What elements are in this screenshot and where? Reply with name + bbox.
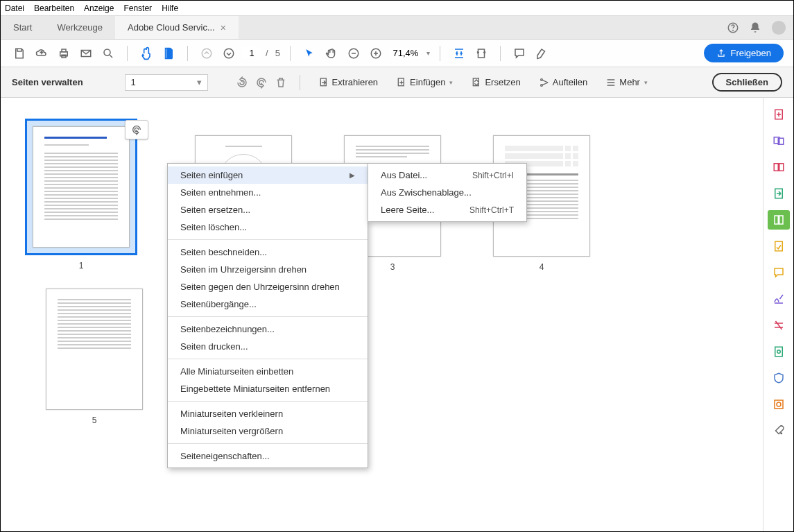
tab-document[interactable]: Adobe Cloud Servic... × xyxy=(115,16,239,39)
share-button[interactable]: Freigeben xyxy=(704,44,784,62)
ctx-embed-all[interactable]: Alle Miniaturseiten einbetten xyxy=(168,363,368,380)
ctx-rotate-ccw[interactable]: Seiten gegen den Uhrzeigersinn drehen xyxy=(168,278,368,295)
pointer-icon[interactable] xyxy=(300,44,318,62)
insert-button[interactable]: Einfügen ▾ xyxy=(390,73,458,92)
menu-file[interactable]: Datei xyxy=(5,3,24,13)
user-avatar[interactable] xyxy=(771,20,786,35)
split-label: Aufteilen xyxy=(553,77,588,87)
ctx-print[interactable]: Seiten drucken... xyxy=(168,338,368,355)
thumbnail-page-5[interactable]: 5 xyxy=(46,289,143,425)
ctx-enlarge-thumbs[interactable]: Miniaturseiten vergrößern xyxy=(168,422,368,440)
sub-toolbar: Seiten verwalten 1 Extrahieren Einfügen … xyxy=(1,67,793,98)
rotate-right-icon[interactable] xyxy=(255,76,268,89)
close-button[interactable]: Schließen xyxy=(712,73,782,92)
split-button[interactable]: Aufteilen xyxy=(533,73,594,92)
svg-rect-4 xyxy=(62,49,66,52)
redact-icon[interactable] xyxy=(768,316,790,335)
edit-pdf-icon[interactable] xyxy=(768,157,790,177)
ctx-delete-pages[interactable]: Seiten löschen... xyxy=(168,218,368,236)
extract-button[interactable]: Extrahieren xyxy=(313,73,383,92)
svg-rect-14 xyxy=(398,78,404,86)
replace-button[interactable]: Ersetzen xyxy=(465,73,526,92)
hand-cursor-icon[interactable] xyxy=(137,44,155,62)
svg-rect-27 xyxy=(775,347,782,357)
svg-point-9 xyxy=(224,49,234,58)
cloud-icon[interactable] xyxy=(33,44,51,62)
ctx-crop-pages[interactable]: Seiten beschneiden... xyxy=(168,243,368,261)
svg-rect-25 xyxy=(779,216,782,224)
ctx-rotate-cw[interactable]: Seiten im Uhrzeigersinn drehen xyxy=(168,261,368,278)
page-up-icon[interactable] xyxy=(198,44,216,62)
save-icon[interactable] xyxy=(10,44,28,62)
ctx-labels[interactable]: Seitenbezeichnungen... xyxy=(168,320,368,338)
tab-tools[interactable]: Werkzeuge xyxy=(44,16,115,39)
optimize-icon[interactable] xyxy=(768,342,790,361)
ctx-shrink-thumbs[interactable]: Miniaturseiten verkleinern xyxy=(168,405,368,422)
ctx-remove-embedded[interactable]: Eingebettete Miniaturseiten entfernen xyxy=(168,380,368,397)
ctx-replace-pages[interactable]: Seiten ersetzen... xyxy=(168,201,368,218)
thumbnail-page-1[interactable]: 1 xyxy=(25,119,137,271)
tab-start[interactable]: Start xyxy=(1,16,44,39)
ctx-extract-pages[interactable]: Seiten entnehmen... xyxy=(168,184,368,201)
organize-pages-icon[interactable] xyxy=(768,210,790,230)
svg-point-28 xyxy=(777,350,780,354)
svg-point-7 xyxy=(104,49,110,55)
export-pdf-icon[interactable] xyxy=(768,184,790,203)
zoom-dropdown-icon[interactable]: ▾ xyxy=(426,49,430,57)
stamp-icon[interactable] xyxy=(768,395,790,414)
ctx-properties[interactable]: Seiteneigenschaften... xyxy=(168,447,368,465)
help-icon[interactable] xyxy=(727,22,739,34)
comment-tool-icon[interactable] xyxy=(768,263,790,282)
svg-rect-26 xyxy=(775,241,782,251)
pan-icon[interactable] xyxy=(322,44,340,62)
search-icon[interactable] xyxy=(99,44,117,62)
delete-icon[interactable] xyxy=(275,76,287,89)
svg-rect-24 xyxy=(775,216,778,224)
ctx-blank-page[interactable]: Leere Seite...Shift+Ctrl+T xyxy=(368,201,526,218)
page-sep: / xyxy=(266,48,268,58)
more-tools-icon[interactable] xyxy=(768,421,790,440)
mail-icon[interactable] xyxy=(77,44,95,62)
menu-view[interactable]: Anzeige xyxy=(84,3,114,13)
thumbnail-label: 4 xyxy=(540,262,544,272)
ctx-insert-pages[interactable]: Seiten einfügen▶ xyxy=(168,166,368,184)
page-total: 5 xyxy=(275,48,280,58)
fit-page-icon[interactable] xyxy=(472,44,490,62)
highlight-icon[interactable] xyxy=(533,44,551,62)
menu-window[interactable]: Fenster xyxy=(123,3,152,13)
comment-icon[interactable] xyxy=(510,44,528,62)
combine-icon[interactable] xyxy=(768,131,790,151)
create-pdf-icon[interactable] xyxy=(768,105,790,124)
svg-rect-22 xyxy=(779,164,783,171)
menu-edit[interactable]: Bearbeiten xyxy=(34,3,74,13)
more-button[interactable]: Mehr ▾ xyxy=(600,73,653,92)
ctx-transitions[interactable]: Seitenübergänge... xyxy=(168,295,368,313)
ctx-from-file[interactable]: Aus Datei...Shift+Ctrl+I xyxy=(368,166,526,184)
sign-icon[interactable] xyxy=(768,289,790,309)
fit-width-icon[interactable] xyxy=(450,44,468,62)
tab-document-label: Adobe Cloud Servic... xyxy=(128,22,215,33)
print-icon[interactable] xyxy=(55,44,73,62)
context-menu: Seiten einfügen▶ Seiten entnehmen... Sei… xyxy=(167,163,368,468)
svg-point-16 xyxy=(540,78,542,80)
page-number-input[interactable] xyxy=(242,47,261,59)
page-icon[interactable] xyxy=(159,44,178,62)
rotate-badge-icon[interactable] xyxy=(125,120,148,139)
share-label: Freigeben xyxy=(730,48,771,58)
close-icon[interactable]: × xyxy=(221,22,226,33)
svg-point-8 xyxy=(202,49,212,58)
zoom-input[interactable] xyxy=(389,48,422,58)
rotate-left-icon[interactable] xyxy=(236,76,248,89)
svg-rect-21 xyxy=(774,164,778,171)
menubar: Datei Bearbeiten Anzeige Fenster Hilfe xyxy=(1,1,793,16)
zoom-out-icon[interactable] xyxy=(345,44,363,62)
menu-help[interactable]: Hilfe xyxy=(162,3,178,13)
bell-icon[interactable] xyxy=(749,22,761,34)
page-selector-dropdown[interactable]: 1 xyxy=(125,74,208,91)
protect-icon[interactable] xyxy=(768,368,790,388)
ctx-from-clipboard[interactable]: Aus Zwischenablage... xyxy=(368,184,526,201)
page-down-icon[interactable] xyxy=(220,44,238,62)
fill-sign-icon[interactable] xyxy=(768,237,790,256)
right-sidebar xyxy=(763,98,793,531)
zoom-in-icon[interactable] xyxy=(367,44,385,62)
